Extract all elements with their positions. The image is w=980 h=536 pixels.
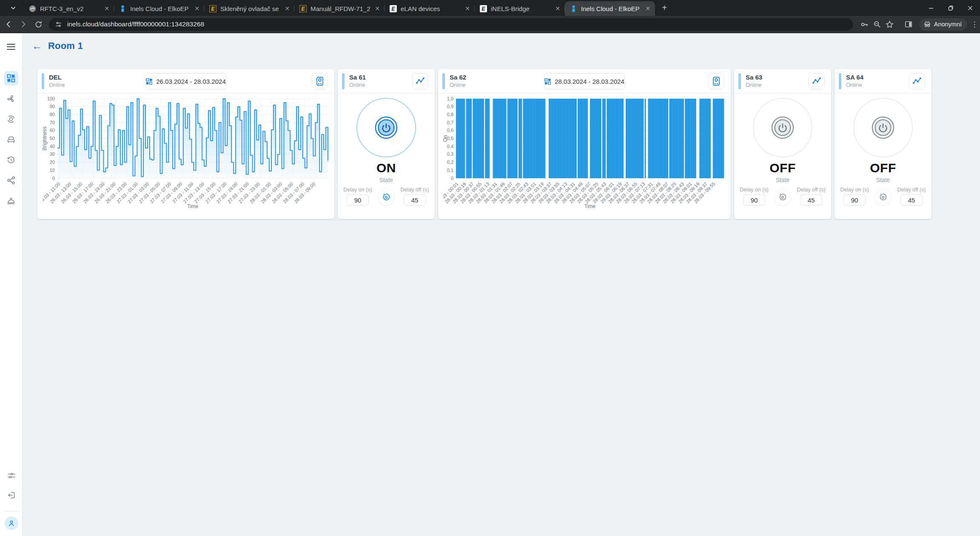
sidebar-item-dashboard[interactable]	[4, 71, 18, 86]
device-status: Online	[349, 82, 365, 88]
tab-close-button[interactable]: ✕	[103, 5, 111, 12]
date-range-button[interactable]: 28.03.2024 - 28.03.2024	[544, 73, 625, 89]
delay-settings: Delay on (s) Delay off (s)	[342, 187, 430, 205]
svg-text:E: E	[481, 6, 485, 12]
line-chart-icon	[416, 77, 425, 86]
state-label: State	[876, 177, 890, 183]
date-range-text: 28.03.2024 - 28.03.2024	[555, 78, 624, 85]
tab-close-button[interactable]: ✕	[373, 5, 381, 12]
address-bar[interactable]: inels.cloud/dashboard/ffff00000001:13428…	[49, 18, 853, 31]
delay-off-input[interactable]	[404, 194, 426, 205]
sidebar-item-tune[interactable]	[4, 468, 19, 483]
delay-off-input[interactable]	[900, 194, 923, 205]
new-tab-button[interactable]: +	[658, 2, 670, 14]
device-card-sa63: Sa 63 Online	[734, 69, 831, 219]
timer-button[interactable]	[378, 188, 395, 205]
inels-blue-favicon	[570, 5, 577, 12]
accent-bar	[738, 73, 741, 89]
back-button[interactable]	[3, 17, 15, 31]
svg-text:1,0: 1,0	[447, 96, 453, 101]
svg-text:E: E	[301, 6, 305, 12]
accent-bar	[42, 73, 44, 89]
sidebar-item-fan[interactable]	[4, 91, 18, 106]
password-manager-button[interactable]	[858, 18, 871, 31]
svg-text:0,6: 0,6	[447, 128, 453, 133]
site-settings-icon[interactable]	[55, 21, 62, 28]
sidebar-item-rooms[interactable]	[4, 132, 18, 147]
bookmark-button[interactable]	[883, 18, 896, 31]
browser-tab[interactable]: Inels Cloud - ElkoEP✕	[114, 1, 204, 16]
brightness-chart: 010203040506070809010026.03 - 11:0026.03…	[43, 95, 329, 218]
state-label: State	[776, 177, 790, 183]
svg-text:80: 80	[50, 112, 55, 117]
svg-text:Time: Time	[584, 203, 596, 209]
browser-tab[interactable]: Inels Cloud - ElkoEP✕	[565, 1, 655, 16]
tab-close-button[interactable]: ✕	[464, 5, 471, 12]
tab-close-button[interactable]: ✕	[644, 5, 652, 12]
back-to-rooms-button[interactable]: ←	[32, 41, 42, 51]
side-panel-button[interactable]	[902, 18, 915, 31]
tab-close-button[interactable]: ✕	[193, 5, 201, 12]
device-detail-button[interactable]	[312, 73, 328, 89]
history-chart-button[interactable]	[809, 73, 825, 89]
reload-button[interactable]	[32, 17, 45, 31]
delay-on-input[interactable]	[843, 194, 866, 205]
svg-text:0: 0	[451, 176, 453, 181]
device-name: Sa 63	[746, 74, 762, 81]
timer-button[interactable]	[875, 188, 892, 205]
browser-menu-button[interactable]: ⋮	[969, 18, 980, 31]
svg-text:E: E	[391, 6, 395, 12]
user-avatar[interactable]	[5, 516, 18, 530]
history-chart-button[interactable]	[909, 73, 925, 89]
device-card-sa64: SA 64 Online	[835, 69, 932, 219]
tab-close-button[interactable]: ✕	[283, 5, 291, 12]
tab-search-button[interactable]	[6, 3, 20, 14]
delay-on-input[interactable]	[347, 194, 369, 205]
forward-button[interactable]	[17, 17, 30, 31]
browser-tab[interactable]: ESkleněný ovladač se stmívačem✕	[204, 1, 294, 16]
browser-tab[interactable]: EiNELS-Bridge✕	[475, 1, 565, 16]
svg-text:Time: Time	[187, 203, 199, 209]
power-button[interactable]	[768, 113, 798, 143]
browser-tab[interactable]: EeLAN devices✕	[385, 1, 475, 16]
minimize-button[interactable]	[921, 0, 941, 16]
restore-button[interactable]	[941, 0, 960, 16]
delay-on-label: Delay on (s)	[740, 187, 768, 193]
power-halo	[356, 98, 416, 157]
sidebar-item-history[interactable]	[4, 153, 18, 167]
svg-text:10: 10	[50, 168, 55, 173]
tab-title: Manuál_RFDW-71_271.indd	[311, 5, 371, 12]
power-button[interactable]	[868, 113, 898, 143]
magnifier-icon	[873, 20, 881, 29]
card-header: DEL Online 26.03.2024 - 28.03.2024	[37, 69, 334, 94]
sidebar-item-bell[interactable]	[4, 194, 18, 208]
sidebar-item-share[interactable]	[4, 173, 18, 188]
delay-off-label: Delay off (s)	[400, 187, 429, 193]
delay-off-input[interactable]	[800, 194, 822, 205]
wall-switch-icon	[712, 77, 721, 86]
delay-on-input[interactable]	[743, 194, 765, 205]
history-chart-button[interactable]	[412, 73, 428, 89]
browser-tab[interactable]: EManuál_RFDW-71_271.indd✕	[294, 1, 385, 16]
svg-text:0,4: 0,4	[447, 144, 453, 149]
power-button[interactable]	[371, 113, 401, 143]
browser-tab[interactable]: RFTC-3_en_v2✕	[24, 1, 114, 16]
menu-button[interactable]	[4, 40, 18, 53]
zoom-button[interactable]	[871, 18, 883, 31]
tab-title: RFTC-3_en_v2	[40, 5, 100, 12]
accent-bar	[442, 73, 445, 89]
sidebar-item-logout[interactable]	[4, 488, 19, 502]
timer-button[interactable]	[774, 188, 791, 205]
date-range-button[interactable]: 26.03.2024 - 28.03.2024	[145, 73, 226, 89]
svg-text:0: 0	[52, 176, 55, 181]
tab-close-button[interactable]: ✕	[554, 5, 561, 12]
sidebar-bottom	[0, 468, 23, 530]
device-detail-button[interactable]	[708, 73, 724, 89]
profile-label: Anonymní	[934, 21, 962, 28]
close-window-button[interactable]	[960, 0, 980, 16]
state-label: State	[379, 177, 393, 183]
sidebar-item-scenes[interactable]	[4, 112, 18, 126]
incognito-profile-chip[interactable]: Anonymní	[919, 18, 967, 31]
device-card-sa61: Sa 61 Online	[338, 69, 435, 219]
delay-off-label: Delay off (s)	[897, 187, 926, 193]
